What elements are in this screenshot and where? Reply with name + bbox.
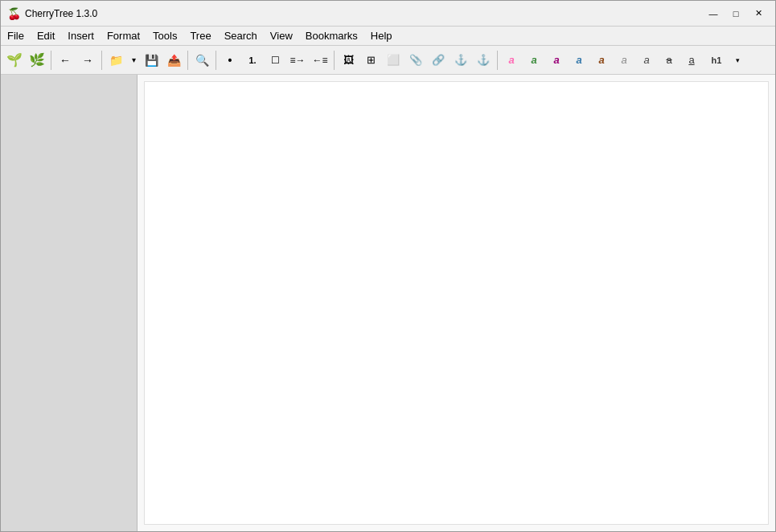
editor-area xyxy=(138,75,775,531)
menu-tools[interactable]: Tools xyxy=(146,27,183,45)
insert-codebox-button[interactable]: ⬜ xyxy=(383,50,404,71)
insert-toc-button[interactable]: ⚓ xyxy=(473,50,494,71)
menu-edit[interactable]: Edit xyxy=(31,27,61,45)
app-window: 🍒 CherryTree 1.3.0 — □ ✕ File Edit Inser… xyxy=(0,0,776,532)
bullet-list-button[interactable]: • xyxy=(220,50,240,71)
go-forward-button[interactable]: → xyxy=(77,50,98,71)
main-toolbar: 🌱 🌿 ← → 📁 ▾ 💾 📤 🔍 xyxy=(1,46,775,75)
menu-tree[interactable]: Tree xyxy=(183,27,217,45)
tree-panel xyxy=(1,75,138,531)
menu-search[interactable]: Search xyxy=(218,27,264,45)
separator-1 xyxy=(51,51,51,70)
insert-table-button[interactable]: ⊞ xyxy=(360,50,381,71)
separator-3 xyxy=(187,51,188,70)
fmt-bold-brown-button[interactable]: a xyxy=(591,50,612,71)
fmt-italic-dark-button[interactable]: a xyxy=(636,50,657,71)
insert-file-button[interactable]: 📎 xyxy=(405,50,426,71)
menu-insert[interactable]: Insert xyxy=(61,27,101,45)
menu-view[interactable]: View xyxy=(264,27,299,45)
app-icon: 🍒 xyxy=(7,7,20,20)
separator-6 xyxy=(497,51,498,70)
fmt-strikethrough-button[interactable]: a xyxy=(659,50,680,71)
insert-link-button[interactable]: 🔗 xyxy=(428,50,449,71)
fmt-bold-pink-button[interactable]: a xyxy=(501,50,522,71)
add-node-button[interactable]: 🌱 xyxy=(4,50,25,71)
export-button[interactable]: 📤 xyxy=(163,50,184,71)
go-back-button[interactable]: ← xyxy=(55,50,76,71)
main-area xyxy=(1,75,775,531)
insert-image-button[interactable]: 🖼 xyxy=(338,50,359,71)
window-controls: — □ ✕ xyxy=(703,5,769,23)
heading-dropdown-button[interactable]: ▾ xyxy=(731,50,744,71)
menu-bar: File Edit Insert Format Tools Tree Searc… xyxy=(1,27,775,46)
find-button[interactable]: 🔍 xyxy=(191,50,212,71)
fmt-h1-button[interactable]: h1 xyxy=(704,50,729,71)
separator-5 xyxy=(334,51,335,70)
editor-content[interactable] xyxy=(144,81,769,525)
open-dropdown-button[interactable]: ▾ xyxy=(128,50,139,71)
fmt-bold-blue-button[interactable]: a xyxy=(569,50,589,71)
fmt-bold-green-button[interactable]: a xyxy=(523,50,544,71)
todo-list-button[interactable]: ☐ xyxy=(265,50,285,71)
open-button[interactable]: 📁 xyxy=(105,50,126,71)
close-button[interactable]: ✕ xyxy=(748,5,769,23)
list-unindent-button[interactable]: ←≡ xyxy=(310,50,331,71)
title-bar: 🍒 CherryTree 1.3.0 — □ ✕ xyxy=(1,1,775,27)
numbered-list-button[interactable]: 1. xyxy=(242,50,263,71)
window-title: CherryTree 1.3.0 xyxy=(25,8,703,19)
maximize-button[interactable]: □ xyxy=(725,5,746,23)
list-indent-button[interactable]: ≡→ xyxy=(287,50,308,71)
separator-4 xyxy=(216,51,216,70)
menu-help[interactable]: Help xyxy=(364,27,399,45)
fmt-italic-gray-button[interactable]: a xyxy=(614,50,634,71)
fmt-underline-button[interactable]: a xyxy=(681,50,702,71)
menu-format[interactable]: Format xyxy=(101,27,146,45)
minimize-button[interactable]: — xyxy=(703,5,724,23)
fmt-bold-purple-button[interactable]: a xyxy=(546,50,567,71)
save-button[interactable]: 💾 xyxy=(141,50,162,71)
menu-file[interactable]: File xyxy=(1,27,31,45)
add-subnode-button[interactable]: 🌿 xyxy=(27,50,47,71)
insert-anchor-button[interactable]: ⚓ xyxy=(450,50,471,71)
menu-bookmarks[interactable]: Bookmarks xyxy=(299,27,364,45)
separator-2 xyxy=(101,51,102,70)
